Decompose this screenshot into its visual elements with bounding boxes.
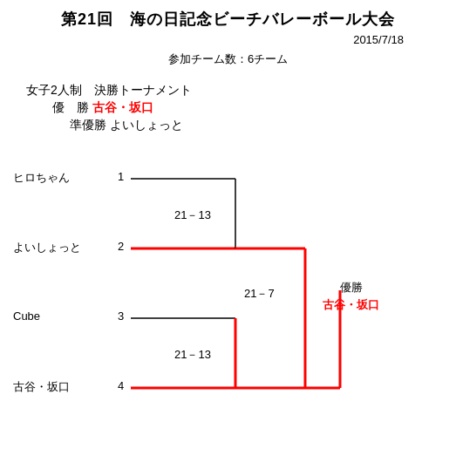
tournament-type: 女子2人制 決勝トーナメント <box>26 83 456 99</box>
tournament-info: 女子2人制 決勝トーナメント 優 勝 古谷・坂口 準優勝 よいしょっと <box>0 83 456 133</box>
winner-line: 優 勝 古谷・坂口 <box>52 100 456 116</box>
runner-up-prefix: 準優勝 <box>70 118 106 132</box>
bracket-svg <box>0 151 456 421</box>
header-section: 第21回 海の日記念ビーチバレーボール大会 2015/7/18 参加チーム数：6… <box>0 0 456 67</box>
runner-up-line: 準優勝 よいしょっと <box>70 118 456 133</box>
winner-name: 古谷・坂口 <box>92 100 153 114</box>
date-line: 2015/7/18 <box>0 33 456 46</box>
winner-prefix: 優 勝 <box>52 100 89 114</box>
main-title: 第21回 海の日記念ビーチバレーボール大会 <box>0 9 456 30</box>
participants-line: 参加チーム数：6チーム <box>0 51 456 67</box>
runner-up-name: よいしょっと <box>110 118 183 132</box>
bracket-container: ヒロちゃん よいしょっと Cube 古谷・坂口 1 2 3 4 21－13 21… <box>0 151 456 421</box>
